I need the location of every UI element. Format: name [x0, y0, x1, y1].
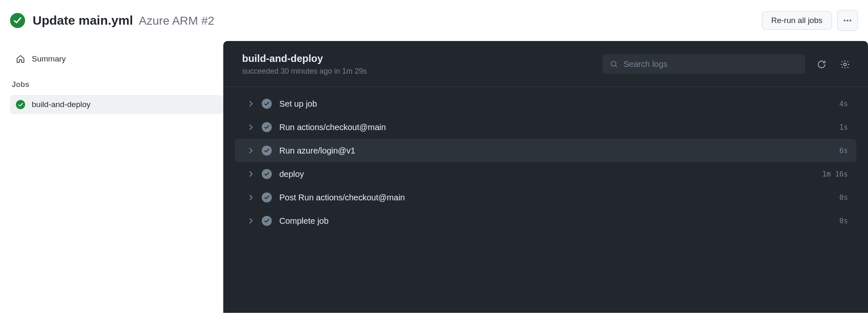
- chevron-right-icon: [248, 218, 254, 224]
- step-row[interactable]: Run actions/checkout@main 1s: [235, 115, 856, 139]
- refresh-icon: [817, 59, 827, 69]
- step-row[interactable]: Run azure/login@v1 6s: [235, 139, 856, 162]
- page-body: Summary Jobs build-and-deploy build-and-…: [0, 41, 868, 313]
- step-label: Set up job: [279, 99, 832, 109]
- search-logs-wrap[interactable]: [602, 54, 805, 74]
- job-subtitle: succeeded 30 minutes ago in 1m 29s: [242, 67, 367, 76]
- step-label: Post Run actions/checkout@main: [279, 193, 832, 202]
- svg-line-4: [615, 65, 617, 67]
- step-success-icon: [262, 216, 272, 226]
- job-title: build-and-deploy: [242, 53, 367, 64]
- svg-point-1: [847, 20, 848, 21]
- sidebar: Summary Jobs build-and-deploy: [10, 41, 223, 313]
- log-panel: build-and-deploy succeeded 30 minutes ag…: [223, 41, 868, 313]
- step-duration: 4s: [840, 100, 848, 108]
- step-label: Complete job: [279, 216, 832, 226]
- header-left: Update main.yml Azure ARM #2: [10, 13, 214, 28]
- page-header: Update main.yml Azure ARM #2 Re-run all …: [0, 0, 868, 41]
- search-icon: [610, 60, 618, 69]
- chevron-right-icon: [248, 147, 254, 154]
- run-status-success-icon: [10, 13, 25, 28]
- step-success-icon: [262, 122, 272, 132]
- step-success-icon: [262, 146, 272, 156]
- chevron-right-icon: [248, 100, 254, 107]
- settings-button[interactable]: [838, 57, 852, 72]
- step-label: Run actions/checkout@main: [279, 123, 832, 132]
- run-workflow-name: Azure ARM #2: [139, 14, 214, 28]
- step-duration: 0s: [840, 193, 848, 202]
- step-row[interactable]: Complete job 0s: [235, 209, 856, 233]
- step-success-icon: [262, 169, 272, 179]
- gear-icon: [840, 59, 850, 69]
- step-duration: 0s: [840, 217, 848, 225]
- sidebar-summary-label: Summary: [32, 54, 66, 64]
- kebab-icon: [843, 16, 852, 25]
- log-panel-titles: build-and-deploy succeeded 30 minutes ag…: [242, 53, 367, 76]
- home-icon: [16, 54, 25, 64]
- svg-point-2: [850, 20, 851, 21]
- more-actions-button[interactable]: [837, 10, 858, 31]
- search-logs-input[interactable]: [623, 59, 798, 69]
- steps-list: Set up job 4s Run actions/checkout@main …: [223, 87, 868, 238]
- run-commit-title: Update main.yml: [33, 13, 133, 28]
- log-panel-header: build-and-deploy succeeded 30 minutes ag…: [223, 41, 868, 87]
- step-duration: 1m 16s: [822, 170, 848, 178]
- sidebar-summary[interactable]: Summary: [10, 49, 223, 69]
- svg-point-0: [844, 20, 845, 21]
- step-duration: 1s: [840, 123, 848, 131]
- chevron-right-icon: [248, 124, 254, 131]
- step-row[interactable]: Post Run actions/checkout@main 0s: [235, 186, 856, 209]
- step-success-icon: [262, 192, 272, 202]
- job-success-icon: [16, 100, 25, 109]
- sidebar-jobs-heading: Jobs: [10, 69, 223, 95]
- run-title: Update main.yml Azure ARM #2: [33, 13, 214, 28]
- step-success-icon: [262, 99, 272, 109]
- step-label: Run azure/login@v1: [279, 146, 832, 156]
- svg-point-5: [844, 63, 846, 65]
- rerun-all-jobs-button[interactable]: Re-run all jobs: [762, 11, 832, 30]
- log-panel-tools: [602, 54, 852, 74]
- chevron-right-icon: [248, 194, 254, 201]
- svg-point-3: [611, 61, 616, 66]
- step-row[interactable]: Set up job 4s: [235, 92, 856, 115]
- step-label: deploy: [279, 169, 815, 179]
- header-actions: Re-run all jobs: [762, 10, 858, 31]
- step-row[interactable]: deploy 1m 16s: [235, 162, 856, 186]
- sidebar-job-label: build-and-deploy: [32, 100, 91, 109]
- step-duration: 6s: [840, 146, 848, 155]
- chevron-right-icon: [248, 171, 254, 177]
- refresh-button[interactable]: [814, 57, 829, 72]
- sidebar-job-item[interactable]: build-and-deploy: [10, 95, 223, 114]
